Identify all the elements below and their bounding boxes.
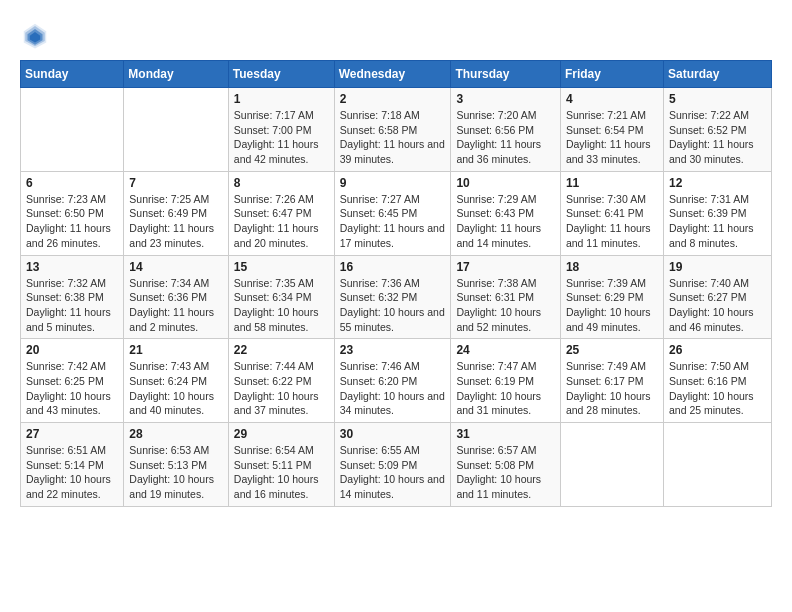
calendar-cell: 6Sunrise: 7:23 AM Sunset: 6:50 PM Daylig… (21, 171, 124, 255)
calendar-cell: 26Sunrise: 7:50 AM Sunset: 6:16 PM Dayli… (663, 339, 771, 423)
day-info: Sunrise: 7:40 AM Sunset: 6:27 PM Dayligh… (669, 276, 766, 335)
calendar-cell: 20Sunrise: 7:42 AM Sunset: 6:25 PM Dayli… (21, 339, 124, 423)
page-header (20, 20, 772, 50)
calendar-week-row: 20Sunrise: 7:42 AM Sunset: 6:25 PM Dayli… (21, 339, 772, 423)
day-number: 25 (566, 343, 658, 357)
day-number: 13 (26, 260, 118, 274)
calendar-cell: 30Sunrise: 6:55 AM Sunset: 5:09 PM Dayli… (334, 423, 451, 507)
day-number: 18 (566, 260, 658, 274)
header-day-friday: Friday (560, 61, 663, 88)
day-info: Sunrise: 7:32 AM Sunset: 6:38 PM Dayligh… (26, 276, 118, 335)
header-day-saturday: Saturday (663, 61, 771, 88)
day-number: 10 (456, 176, 555, 190)
day-number: 6 (26, 176, 118, 190)
calendar-cell: 19Sunrise: 7:40 AM Sunset: 6:27 PM Dayli… (663, 255, 771, 339)
day-number: 16 (340, 260, 446, 274)
day-info: Sunrise: 7:38 AM Sunset: 6:31 PM Dayligh… (456, 276, 555, 335)
day-number: 24 (456, 343, 555, 357)
logo-icon (20, 20, 50, 50)
day-number: 26 (669, 343, 766, 357)
day-info: Sunrise: 7:43 AM Sunset: 6:24 PM Dayligh… (129, 359, 222, 418)
day-number: 4 (566, 92, 658, 106)
logo (20, 20, 54, 50)
day-number: 9 (340, 176, 446, 190)
day-info: Sunrise: 7:47 AM Sunset: 6:19 PM Dayligh… (456, 359, 555, 418)
calendar-cell: 27Sunrise: 6:51 AM Sunset: 5:14 PM Dayli… (21, 423, 124, 507)
calendar-cell (663, 423, 771, 507)
calendar-cell: 14Sunrise: 7:34 AM Sunset: 6:36 PM Dayli… (124, 255, 228, 339)
day-info: Sunrise: 7:26 AM Sunset: 6:47 PM Dayligh… (234, 192, 329, 251)
calendar-week-row: 6Sunrise: 7:23 AM Sunset: 6:50 PM Daylig… (21, 171, 772, 255)
day-info: Sunrise: 7:29 AM Sunset: 6:43 PM Dayligh… (456, 192, 555, 251)
calendar-cell: 5Sunrise: 7:22 AM Sunset: 6:52 PM Daylig… (663, 88, 771, 172)
calendar-week-row: 13Sunrise: 7:32 AM Sunset: 6:38 PM Dayli… (21, 255, 772, 339)
header-day-tuesday: Tuesday (228, 61, 334, 88)
calendar-cell: 13Sunrise: 7:32 AM Sunset: 6:38 PM Dayli… (21, 255, 124, 339)
calendar-cell: 23Sunrise: 7:46 AM Sunset: 6:20 PM Dayli… (334, 339, 451, 423)
day-info: Sunrise: 7:20 AM Sunset: 6:56 PM Dayligh… (456, 108, 555, 167)
day-number: 8 (234, 176, 329, 190)
calendar-cell (124, 88, 228, 172)
day-info: Sunrise: 6:54 AM Sunset: 5:11 PM Dayligh… (234, 443, 329, 502)
day-info: Sunrise: 7:18 AM Sunset: 6:58 PM Dayligh… (340, 108, 446, 167)
day-info: Sunrise: 7:31 AM Sunset: 6:39 PM Dayligh… (669, 192, 766, 251)
calendar-cell: 15Sunrise: 7:35 AM Sunset: 6:34 PM Dayli… (228, 255, 334, 339)
day-info: Sunrise: 7:50 AM Sunset: 6:16 PM Dayligh… (669, 359, 766, 418)
day-number: 12 (669, 176, 766, 190)
calendar-cell: 24Sunrise: 7:47 AM Sunset: 6:19 PM Dayli… (451, 339, 561, 423)
calendar-cell (560, 423, 663, 507)
calendar-cell: 25Sunrise: 7:49 AM Sunset: 6:17 PM Dayli… (560, 339, 663, 423)
day-info: Sunrise: 7:30 AM Sunset: 6:41 PM Dayligh… (566, 192, 658, 251)
day-info: Sunrise: 7:44 AM Sunset: 6:22 PM Dayligh… (234, 359, 329, 418)
day-number: 29 (234, 427, 329, 441)
day-number: 21 (129, 343, 222, 357)
day-info: Sunrise: 7:46 AM Sunset: 6:20 PM Dayligh… (340, 359, 446, 418)
calendar-week-row: 27Sunrise: 6:51 AM Sunset: 5:14 PM Dayli… (21, 423, 772, 507)
day-number: 14 (129, 260, 222, 274)
calendar-cell: 18Sunrise: 7:39 AM Sunset: 6:29 PM Dayli… (560, 255, 663, 339)
day-number: 3 (456, 92, 555, 106)
calendar-cell: 17Sunrise: 7:38 AM Sunset: 6:31 PM Dayli… (451, 255, 561, 339)
day-info: Sunrise: 6:55 AM Sunset: 5:09 PM Dayligh… (340, 443, 446, 502)
calendar-cell: 8Sunrise: 7:26 AM Sunset: 6:47 PM Daylig… (228, 171, 334, 255)
day-number: 11 (566, 176, 658, 190)
day-info: Sunrise: 7:22 AM Sunset: 6:52 PM Dayligh… (669, 108, 766, 167)
calendar-cell: 7Sunrise: 7:25 AM Sunset: 6:49 PM Daylig… (124, 171, 228, 255)
calendar-cell: 9Sunrise: 7:27 AM Sunset: 6:45 PM Daylig… (334, 171, 451, 255)
calendar-cell: 4Sunrise: 7:21 AM Sunset: 6:54 PM Daylig… (560, 88, 663, 172)
day-number: 22 (234, 343, 329, 357)
calendar-header-row: SundayMondayTuesdayWednesdayThursdayFrid… (21, 61, 772, 88)
calendar-cell: 3Sunrise: 7:20 AM Sunset: 6:56 PM Daylig… (451, 88, 561, 172)
header-day-wednesday: Wednesday (334, 61, 451, 88)
day-number: 1 (234, 92, 329, 106)
header-day-monday: Monday (124, 61, 228, 88)
header-day-thursday: Thursday (451, 61, 561, 88)
day-number: 28 (129, 427, 222, 441)
calendar-week-row: 1Sunrise: 7:17 AM Sunset: 7:00 PM Daylig… (21, 88, 772, 172)
day-number: 20 (26, 343, 118, 357)
day-info: Sunrise: 7:17 AM Sunset: 7:00 PM Dayligh… (234, 108, 329, 167)
day-number: 2 (340, 92, 446, 106)
day-info: Sunrise: 7:36 AM Sunset: 6:32 PM Dayligh… (340, 276, 446, 335)
day-info: Sunrise: 7:21 AM Sunset: 6:54 PM Dayligh… (566, 108, 658, 167)
calendar-cell: 21Sunrise: 7:43 AM Sunset: 6:24 PM Dayli… (124, 339, 228, 423)
day-number: 30 (340, 427, 446, 441)
day-info: Sunrise: 7:23 AM Sunset: 6:50 PM Dayligh… (26, 192, 118, 251)
calendar-cell: 29Sunrise: 6:54 AM Sunset: 5:11 PM Dayli… (228, 423, 334, 507)
calendar-cell: 28Sunrise: 6:53 AM Sunset: 5:13 PM Dayli… (124, 423, 228, 507)
header-day-sunday: Sunday (21, 61, 124, 88)
day-number: 7 (129, 176, 222, 190)
calendar-cell (21, 88, 124, 172)
day-info: Sunrise: 6:53 AM Sunset: 5:13 PM Dayligh… (129, 443, 222, 502)
calendar-cell: 31Sunrise: 6:57 AM Sunset: 5:08 PM Dayli… (451, 423, 561, 507)
day-info: Sunrise: 7:42 AM Sunset: 6:25 PM Dayligh… (26, 359, 118, 418)
day-number: 31 (456, 427, 555, 441)
day-number: 27 (26, 427, 118, 441)
calendar-table: SundayMondayTuesdayWednesdayThursdayFrid… (20, 60, 772, 507)
calendar-cell: 10Sunrise: 7:29 AM Sunset: 6:43 PM Dayli… (451, 171, 561, 255)
calendar-cell: 22Sunrise: 7:44 AM Sunset: 6:22 PM Dayli… (228, 339, 334, 423)
day-number: 15 (234, 260, 329, 274)
day-info: Sunrise: 7:25 AM Sunset: 6:49 PM Dayligh… (129, 192, 222, 251)
calendar-cell: 2Sunrise: 7:18 AM Sunset: 6:58 PM Daylig… (334, 88, 451, 172)
calendar-cell: 1Sunrise: 7:17 AM Sunset: 7:00 PM Daylig… (228, 88, 334, 172)
